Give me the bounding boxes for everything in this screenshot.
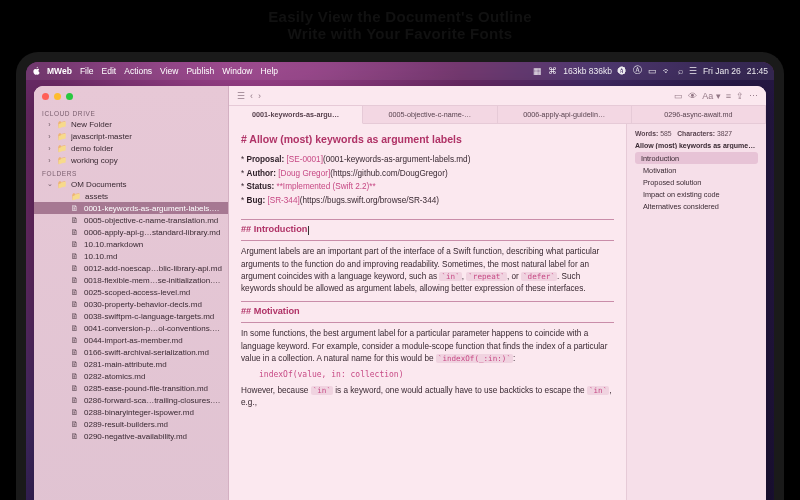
- file-icon: 🗎: [70, 336, 80, 345]
- sidebar-file-item[interactable]: 🗎0018-flexible-mem…se-initialization.md: [34, 274, 228, 286]
- sidebar-file-item[interactable]: 🗎0038-swiftpm-c-language-targets.md: [34, 310, 228, 322]
- sidebar-icloud-item[interactable]: ›📁working copy: [34, 154, 228, 166]
- file-icon: 🗎: [70, 300, 80, 309]
- outline-item-alternatives[interactable]: Alternatives considered: [635, 200, 758, 212]
- menubar-language-icon[interactable]: Ⓐ: [633, 65, 642, 77]
- doc-p1: Argument labels are an important part of…: [241, 246, 614, 295]
- file-icon: 🗎: [70, 360, 80, 369]
- editor[interactable]: # Allow (most) keywords as argument labe…: [229, 124, 626, 500]
- sidebar-icloud-item[interactable]: ›📁javascript-master: [34, 130, 228, 142]
- sidebar-file-item[interactable]: 🗎0044-import-as-member.md: [34, 334, 228, 346]
- file-icon: 🗎: [70, 216, 80, 225]
- menubar-file[interactable]: File: [80, 66, 94, 76]
- minimize-button[interactable]: [54, 93, 61, 100]
- tab-0006[interactable]: 0006-apply-api-guidelin…: [498, 106, 632, 124]
- sidebar-file-item[interactable]: 🗎0025-scoped-access-level.md: [34, 286, 228, 298]
- folder-icon: 📁: [57, 120, 67, 129]
- menubar-search-icon[interactable]: ⌕: [678, 66, 683, 76]
- sidebar-file-item[interactable]: 🗎0166-swift-archival-serialization.md: [34, 346, 228, 358]
- sidebar-file-item[interactable]: 🗎0286-forward-sca…trailing-closures.md: [34, 394, 228, 406]
- menubar-actions[interactable]: Actions: [124, 66, 152, 76]
- sidebar-file-item[interactable]: 🗎0001-keywords-as-argument-labels.md: [34, 202, 228, 214]
- tab-0005[interactable]: 0005-objective-c-name-…: [363, 106, 497, 124]
- doc-p3: However, because `in` is a keyword, one …: [241, 385, 614, 410]
- menubar-date[interactable]: Fri Jan 26: [703, 66, 741, 76]
- menubar-edit[interactable]: Edit: [102, 66, 117, 76]
- tab-0001[interactable]: 0001-keywords-as-argu…: [229, 106, 363, 124]
- sidebar-file-item[interactable]: 🗎0288-binaryinteger-ispower.md: [34, 406, 228, 418]
- sidebar-icloud-item[interactable]: ›📁demo folder: [34, 142, 228, 154]
- main-area: ☰ ‹ › ▭ 👁 Aa ▾ ≡ ⇪ ⋯ 0001-keywords-as-ar…: [229, 86, 766, 500]
- sidebar-file-item[interactable]: 🗎0005-objective-c-name-translation.md: [34, 214, 228, 226]
- outline-item-impact[interactable]: Impact on existing code: [635, 188, 758, 200]
- more-icon[interactable]: ⋯: [749, 91, 758, 101]
- file-icon: 🗎: [70, 252, 80, 261]
- sidebar-icloud-item[interactable]: ›📁New Folder: [34, 118, 228, 130]
- doc-h2-motivation: ## Motivation: [241, 301, 614, 323]
- file-icon: 🗎: [70, 324, 80, 333]
- outline-toggle-icon[interactable]: ≡: [726, 91, 731, 101]
- menubar-control-center-icon[interactable]: ☰: [689, 66, 697, 76]
- outline-item-motivation[interactable]: Motivation: [635, 164, 758, 176]
- tab-bar: 0001-keywords-as-argu… 0005-objective-c-…: [229, 106, 766, 124]
- sidebar-file-item[interactable]: 🗎10.10.markdown: [34, 238, 228, 250]
- sidebar: ICLOUD DRIVE ›📁New Folder›📁javascript-ma…: [34, 86, 229, 500]
- sidebar-folder-root[interactable]: ⌄ 📁 OM Documents: [34, 178, 228, 190]
- sidebar-file-item[interactable]: 🗎0285-ease-pound-file-transition.md: [34, 382, 228, 394]
- apple-menu-icon[interactable]: [32, 66, 41, 77]
- menubar-help[interactable]: Help: [261, 66, 278, 76]
- sidebar-file-item[interactable]: 🗎0281-main-attribute.md: [34, 358, 228, 370]
- sidebar-file-item[interactable]: 🗎0041-conversion-p…ol-conventions.md: [34, 322, 228, 334]
- menubar-input-icon[interactable]: 🅐: [618, 66, 627, 76]
- menubar-ext-icon[interactable]: ⌘: [548, 66, 557, 76]
- sidebar-section-folders: FOLDERS: [34, 166, 228, 178]
- font-size-icon[interactable]: Aa ▾: [702, 91, 721, 101]
- file-icon: 🗎: [70, 372, 80, 381]
- close-button[interactable]: [42, 93, 49, 100]
- file-icon: 🗎: [70, 312, 80, 321]
- file-icon: 🗎: [70, 240, 80, 249]
- menubar-view[interactable]: View: [160, 66, 178, 76]
- file-icon: 🗎: [70, 432, 80, 441]
- sidebar-toggle-icon[interactable]: ☰: [237, 91, 245, 101]
- sidebar-file-item[interactable]: 🗎0289-result-builders.md: [34, 418, 228, 430]
- outline-title: Allow (most) keywords as argume…: [635, 142, 758, 149]
- forward-icon[interactable]: ›: [258, 91, 261, 101]
- menubar: MWeb File Edit Actions View Publish Wind…: [26, 62, 774, 80]
- file-icon: 🗎: [70, 204, 80, 213]
- menubar-memory-text: 163kb 836kb: [563, 66, 612, 76]
- menubar-app-name[interactable]: MWeb: [47, 66, 72, 76]
- sidebar-file-item[interactable]: 🗎0012-add-noescap…blic-library-api.md: [34, 262, 228, 274]
- sidebar-file-item[interactable]: 🗎0030-property-behavior-decls.md: [34, 298, 228, 310]
- sidebar-folder-assets[interactable]: 📁 assets: [34, 190, 228, 202]
- sidebar-file-item[interactable]: 🗎0282-atomics.md: [34, 370, 228, 382]
- menubar-publish[interactable]: Publish: [186, 66, 214, 76]
- sidebar-section-icloud: ICLOUD DRIVE: [34, 106, 228, 118]
- outline-panel: Words: 585 Characters: 3827 Allow (most)…: [626, 124, 766, 500]
- file-icon: 🗎: [70, 348, 80, 357]
- file-icon: 🗎: [70, 384, 80, 393]
- back-icon[interactable]: ‹: [250, 91, 253, 101]
- menubar-window[interactable]: Window: [222, 66, 252, 76]
- sidebar-file-item[interactable]: 🗎0290-negative-availability.md: [34, 430, 228, 442]
- tab-0296[interactable]: 0296-async-await.md: [632, 106, 766, 124]
- outline-item-introduction[interactable]: Introduction: [635, 152, 758, 164]
- promo-title: Easily View the Document's Outline Write…: [0, 8, 800, 42]
- zoom-button[interactable]: [66, 93, 73, 100]
- app-window: ICLOUD DRIVE ›📁New Folder›📁javascript-ma…: [34, 86, 766, 500]
- menubar-stats-icon[interactable]: ▦: [533, 66, 542, 76]
- laptop-frame: MWeb File Edit Actions View Publish Wind…: [16, 52, 784, 500]
- folder-icon: 📁: [57, 156, 67, 165]
- eye-icon[interactable]: 👁: [688, 91, 697, 101]
- sidebar-file-item[interactable]: 🗎0006-apply-api-g…standard-library.md: [34, 226, 228, 238]
- menubar-battery-icon[interactable]: ▭: [648, 66, 657, 76]
- share-icon[interactable]: ⇪: [736, 91, 744, 101]
- outline-item-proposed[interactable]: Proposed solution: [635, 176, 758, 188]
- menubar-wifi-icon[interactable]: ᯤ: [663, 66, 672, 76]
- file-icon: 🗎: [70, 264, 80, 273]
- preview-icon[interactable]: ▭: [674, 91, 683, 101]
- menubar-time[interactable]: 21:45: [747, 66, 768, 76]
- file-icon: 🗎: [70, 228, 80, 237]
- file-icon: 🗎: [70, 420, 80, 429]
- sidebar-file-item[interactable]: 🗎10.10.md: [34, 250, 228, 262]
